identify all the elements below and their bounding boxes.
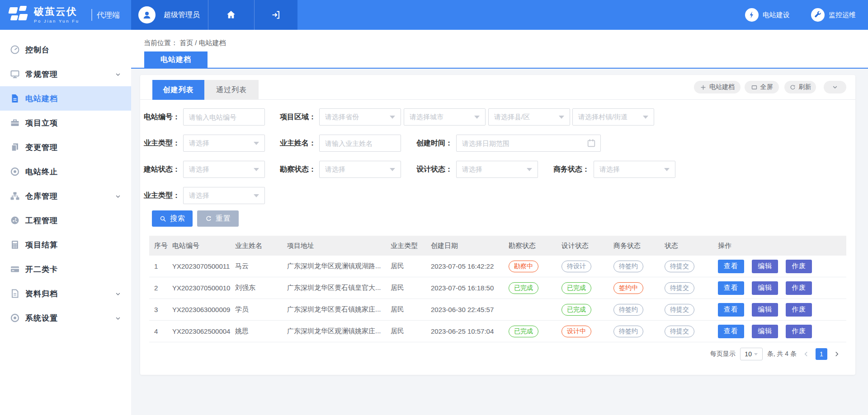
collapse-panel-button[interactable]	[824, 81, 846, 93]
page-tab-station-filing[interactable]: 电站建档	[144, 51, 208, 68]
view-button[interactable]: 查看	[718, 281, 744, 295]
sidebar-item-warehouse-mgmt[interactable]: 仓库管理	[0, 184, 131, 208]
cell-created: 2023-06-30 22:45:57	[431, 306, 509, 313]
logout-button[interactable]	[254, 0, 297, 30]
design-status-select[interactable]: 请选择	[456, 161, 538, 178]
province-select[interactable]: 请选择省份	[319, 108, 401, 126]
cell-seq: 3	[154, 306, 172, 313]
sidebar-item-console[interactable]: 控制台	[0, 37, 131, 62]
city-select[interactable]: 请选择城市	[404, 108, 486, 126]
col-header-design: 设计状态	[561, 242, 613, 250]
col-header-owner: 业主姓名	[235, 242, 287, 250]
search-icon	[159, 215, 167, 223]
brand-subtitle: Po Jian Yun Fu	[34, 19, 80, 23]
reset-button[interactable]: 重置	[197, 210, 239, 227]
sidebar-item-system-settings[interactable]: 系统设置	[0, 306, 131, 330]
per-page-select[interactable]: 10	[740, 348, 763, 360]
cell-address: 广东深圳龙华区黄石镇姚家庄...	[287, 305, 391, 314]
col-header-business: 商务状态	[613, 242, 665, 250]
cell-address: 广东深圳龙华区黄石镇皇官大...	[287, 284, 391, 292]
void-button[interactable]: 作废	[786, 325, 812, 338]
home-button[interactable]	[208, 0, 254, 30]
owner-type-placeholder: 请选择	[189, 139, 251, 148]
owner-name-input[interactable]	[319, 135, 401, 152]
prev-page-button[interactable]	[801, 348, 811, 360]
portal-label: 代理端	[97, 0, 120, 30]
table-header-row: 序号 电站编号 业主姓名 项目地址 业主类型 创建日期 勘察状态 设计状态 商务…	[149, 236, 846, 256]
fullscreen-icon	[751, 84, 758, 91]
nav-monitor-ops[interactable]: 监控运维	[811, 0, 856, 30]
gauge-icon	[9, 215, 20, 226]
fullscreen-label: 全屏	[760, 83, 773, 91]
refresh-button[interactable]: 刷新	[784, 81, 816, 93]
chevron-left-icon	[803, 351, 809, 357]
void-button[interactable]: 作废	[786, 260, 812, 273]
survey-status-select[interactable]: 请选择	[319, 161, 401, 178]
owner-type-select[interactable]: 请选择	[183, 135, 265, 152]
nav-label: 电站建设	[763, 11, 790, 19]
next-page-button[interactable]	[832, 348, 842, 360]
user-avatar[interactable]	[138, 6, 156, 23]
design-status-badge: 已完成	[561, 282, 591, 294]
caret-down-icon	[664, 168, 670, 171]
county-select[interactable]: 请选择县/区	[488, 108, 570, 126]
view-button[interactable]: 查看	[718, 325, 744, 338]
col-header-survey: 勘察状态	[509, 242, 561, 250]
cell-owner: 马云	[235, 262, 287, 270]
sidebar-item-archives[interactable]: 资料归档	[0, 281, 131, 306]
search-button[interactable]: 搜索	[152, 210, 193, 227]
top-bar: 破茧云伏 Po Jian Yun Fu 代理端 超级管理员	[0, 0, 868, 30]
view-button[interactable]: 查看	[718, 260, 744, 273]
date-range-input[interactable]	[456, 135, 601, 152]
build-status-select[interactable]: 请选择	[183, 161, 265, 178]
sidebar-item-label: 电站建档	[25, 93, 58, 104]
divider	[131, 68, 868, 69]
sidebar-item-project-initiation[interactable]: 项目立项	[0, 111, 131, 135]
nav-station-build[interactable]: 电站建设	[745, 0, 790, 30]
tab-passed-list[interactable]: 通过列表	[204, 80, 259, 100]
sidebar-item-change-mgmt[interactable]: 变更管理	[0, 135, 131, 159]
cell-owner-type: 居民	[391, 327, 431, 336]
business-status-select[interactable]: 请选择	[594, 161, 675, 178]
col-header-seq: 序号	[154, 242, 172, 250]
wrench-icon	[811, 8, 825, 22]
edit-button[interactable]: 编辑	[752, 281, 778, 295]
cell-code: YX2023070500011	[172, 262, 235, 270]
sidebar-item-label: 开二类卡	[25, 264, 58, 275]
sidebar-item-label: 控制台	[25, 45, 50, 55]
add-station-button[interactable]: 电站建档	[694, 81, 741, 93]
sidebar-item-general-mgmt[interactable]: 常规管理	[0, 62, 131, 86]
build-status-label: 建站状态：	[131, 161, 180, 178]
owner-type-label: 业主类型：	[131, 135, 180, 152]
caret-down-icon	[254, 142, 259, 145]
breadcrumb-strip	[131, 30, 868, 69]
edit-button[interactable]: 编辑	[752, 303, 778, 317]
sidebar-item-station-filing[interactable]: 电站建档	[0, 86, 131, 111]
edit-button[interactable]: 编辑	[752, 260, 778, 273]
home-icon	[225, 9, 237, 21]
sidebar-item-station-termination[interactable]: 电站终止	[0, 159, 131, 184]
sidebar-item-open-type2-card[interactable]: 开二类卡	[0, 257, 131, 281]
current-page-button[interactable]: 1	[816, 348, 827, 360]
app-root: 破茧云伏 Po Jian Yun Fu 代理端 超级管理员	[0, 0, 868, 415]
col-header-status: 状态	[665, 242, 718, 250]
business-status-badge: 签约中	[613, 282, 643, 294]
view-button[interactable]: 查看	[718, 303, 744, 317]
caret-down-icon	[254, 194, 259, 197]
sidebar-item-label: 电站终止	[25, 167, 58, 177]
sidebar-item-label: 变更管理	[25, 142, 58, 153]
town-select[interactable]: 请选择村镇/街道	[572, 108, 654, 126]
fullscreen-button[interactable]: 全屏	[745, 81, 779, 93]
sidebar-item-engineering-mgmt[interactable]: 工程管理	[0, 208, 131, 233]
refresh-icon	[789, 84, 796, 91]
edit-button[interactable]: 编辑	[752, 325, 778, 338]
owner-type2-select[interactable]: 请选择	[183, 187, 265, 204]
current-user-name: 超级管理员	[164, 0, 200, 30]
void-button[interactable]: 作废	[786, 281, 812, 295]
tab-create-list[interactable]: 创建列表	[152, 80, 204, 100]
sidebar-item-project-settlement[interactable]: 项目结算	[0, 233, 131, 257]
caret-down-icon	[390, 168, 395, 171]
station-code-input[interactable]	[183, 108, 265, 126]
design-status-badge: 设计中	[561, 326, 591, 337]
void-button[interactable]: 作废	[786, 303, 812, 317]
